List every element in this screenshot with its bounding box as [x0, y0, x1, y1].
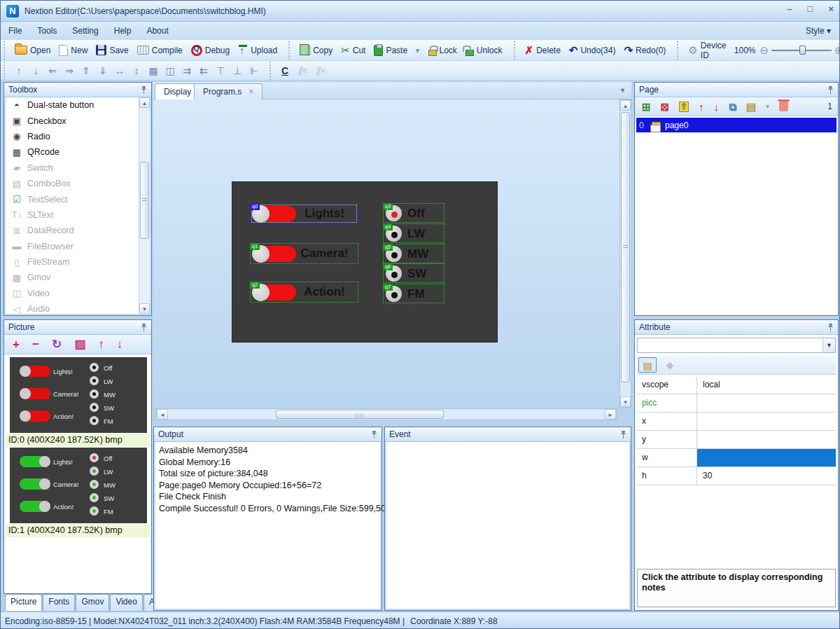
canvas-widget-q2[interactable]: q2 Action!	[250, 282, 358, 303]
canvas-horizontal-scrollbar[interactable]: ◄ ► ||||	[156, 408, 617, 420]
new-button[interactable]: New	[55, 43, 92, 57]
canvas-widget-q1[interactable]: q1 Camera!	[250, 243, 358, 264]
remove-picture-icon[interactable]: −	[32, 338, 39, 352]
canvas-widget-q0[interactable]: q0 Lights!	[250, 203, 358, 224]
style-menu[interactable]: Style ▾	[806, 26, 831, 36]
distribute-h-icon[interactable]: ⇉	[178, 65, 195, 76]
picture-caption-0[interactable]: ID:0 (400X240 187.52K) bmp	[6, 434, 150, 447]
tab-video[interactable]: Video	[110, 594, 142, 611]
center-vertical-icon[interactable]: ↕	[128, 65, 145, 76]
move-down-icon[interactable]: ↓	[27, 65, 44, 76]
scrollbar-thumb[interactable]	[140, 162, 149, 239]
picture-caption-1[interactable]: ID:1 (400X240 187.52K) bmp	[6, 524, 150, 537]
attribute-row-picc[interactable]: picc	[637, 394, 836, 413]
device-screen-page0[interactable]: q0 Lights! q1 Camera! q2 Action! q3 Of	[232, 181, 498, 343]
delete-button[interactable]: ✗Delete	[521, 43, 565, 57]
attribute-row-w[interactable]: w	[637, 449, 836, 467]
page-more-dropdown-icon[interactable]: ▾	[766, 103, 769, 110]
toolbox-item-qrcode[interactable]: ▦QRcode	[6, 144, 150, 160]
scrollbar-thumb[interactable]: ||||	[276, 410, 444, 419]
menu-file[interactable]: File	[1, 23, 29, 39]
canvas-widget-q7[interactable]: q7 FM	[383, 284, 444, 303]
picture-preview-1[interactable]: Lights! Camera! Action! Off LW MW SW FM	[10, 448, 147, 523]
page-list-item-page0[interactable]: 0 page0	[636, 118, 836, 132]
tab-fonts[interactable]: Fonts	[43, 594, 75, 611]
scroll-down-arrow[interactable]: ▼	[620, 396, 631, 407]
add-page-icon[interactable]: ⊞	[642, 102, 651, 112]
zoom-slider[interactable]	[771, 50, 832, 51]
pin-icon[interactable]	[141, 85, 147, 95]
maximize-button[interactable]: □	[808, 4, 813, 14]
tab-list-dropdown-icon[interactable]: ▼	[620, 87, 626, 94]
scroll-up-arrow[interactable]: ▲	[139, 97, 150, 108]
attribute-value-selected[interactable]	[697, 449, 836, 466]
align-left-icon[interactable]: ⇐	[44, 65, 61, 76]
canvas-widget-q5[interactable]: q5 MW	[383, 244, 444, 263]
scrollbar-thumb[interactable]	[621, 112, 630, 382]
refresh-picture-icon[interactable]: ↻	[52, 337, 62, 352]
move-page-up-icon[interactable]: ↑	[699, 102, 704, 112]
add-picture-icon[interactable]: +	[13, 338, 20, 352]
attribute-row-vscope[interactable]: vscope local	[637, 376, 836, 394]
tab-picture[interactable]: Picture	[5, 594, 42, 611]
zoom-in-icon[interactable]: ⊕	[834, 45, 840, 55]
scroll-right-arrow[interactable]: ►	[605, 409, 616, 420]
menu-about[interactable]: About	[139, 23, 176, 39]
attribute-value[interactable]: 30	[697, 467, 836, 485]
component-selector-combobox[interactable]: ▼	[637, 338, 836, 353]
move-page-down-icon[interactable]: ↓	[714, 102, 720, 112]
delete-page-icon[interactable]: ⊠	[661, 102, 670, 112]
size-grid-icon[interactable]: ▦	[145, 65, 162, 76]
compile-button[interactable]: Compile	[133, 44, 187, 57]
alphabetical-view-icon[interactable]: ◆	[661, 357, 679, 373]
upload-button[interactable]: Upload	[234, 43, 281, 57]
canvas-widget-q6[interactable]: q6 SW	[383, 263, 444, 283]
cut-button[interactable]: ✂Cut	[337, 43, 370, 57]
distribute-v-icon[interactable]: ⊤	[212, 65, 229, 76]
unlock-button[interactable]: Unlock	[461, 43, 507, 57]
save-button[interactable]: Save	[92, 43, 132, 57]
distribute-v2-icon[interactable]: ⊥	[229, 65, 246, 76]
copy-button[interactable]: Copy	[295, 44, 337, 57]
center-horizontal-icon[interactable]: ↔	[111, 65, 128, 76]
canvas-vertical-scrollbar[interactable]: ▲ ▼	[620, 99, 631, 408]
copy-page-icon[interactable]: ⧉	[729, 102, 736, 112]
same-width-icon[interactable]: ◫	[162, 65, 178, 76]
tab-close-icon[interactable]: ×	[248, 87, 253, 97]
toolbox-item-radio[interactable]: ◉Radio	[6, 129, 150, 144]
distribute-v3-icon[interactable]: ⊩	[246, 65, 262, 76]
menu-tools[interactable]: Tools	[29, 23, 64, 39]
menu-help[interactable]: Help	[106, 23, 139, 39]
attribute-value[interactable]: local	[697, 376, 836, 394]
export-page-icon[interactable]: ⇧	[679, 102, 689, 112]
attribute-row-y[interactable]: y	[637, 431, 836, 449]
attribute-value[interactable]	[697, 394, 836, 412]
attribute-row-x[interactable]: x	[637, 413, 836, 431]
code-format-button[interactable]: C	[276, 65, 293, 76]
align-bottom-icon[interactable]: ⇓	[94, 65, 111, 76]
attribute-value[interactable]	[697, 431, 836, 448]
zoom-slider-thumb[interactable]	[799, 46, 806, 55]
pin-icon[interactable]	[827, 85, 834, 95]
tab-program-s[interactable]: Program.s×	[194, 83, 262, 99]
canvas-widget-q4[interactable]: q4 LW	[383, 223, 444, 243]
move-picture-down-icon[interactable]: ↓	[117, 338, 123, 352]
close-button[interactable]: ×	[828, 4, 834, 14]
minimize-button[interactable]: –	[787, 4, 792, 14]
pin-icon[interactable]	[620, 430, 626, 439]
attribute-row-h[interactable]: h 30	[637, 467, 836, 485]
align-right-icon[interactable]: ⇒	[61, 65, 78, 76]
scroll-down-arrow[interactable]: ▼	[139, 303, 150, 314]
picture-preview-0[interactable]: Lights! Camera! Action! Off LW MW SW FM	[10, 357, 147, 433]
distribute-h2-icon[interactable]: ⇇	[195, 65, 212, 76]
redo-button[interactable]: ↷Redo(0)	[620, 43, 670, 57]
scroll-left-arrow[interactable]: ◄	[157, 409, 168, 420]
toolbox-item-checkbox[interactable]: ▣Checkbox	[6, 113, 150, 128]
canvas-widget-q3[interactable]: q3 Off	[383, 203, 444, 223]
align-top-icon[interactable]: ⇑	[78, 65, 94, 76]
trash-icon[interactable]	[779, 102, 788, 111]
toolbox-item-dual-state-button[interactable]: ◓Dual-state button	[6, 97, 150, 113]
move-picture-up-icon[interactable]: ↑	[98, 338, 104, 352]
paste-button[interactable]: Paste ▾	[370, 43, 424, 57]
pin-icon[interactable]	[371, 430, 377, 439]
